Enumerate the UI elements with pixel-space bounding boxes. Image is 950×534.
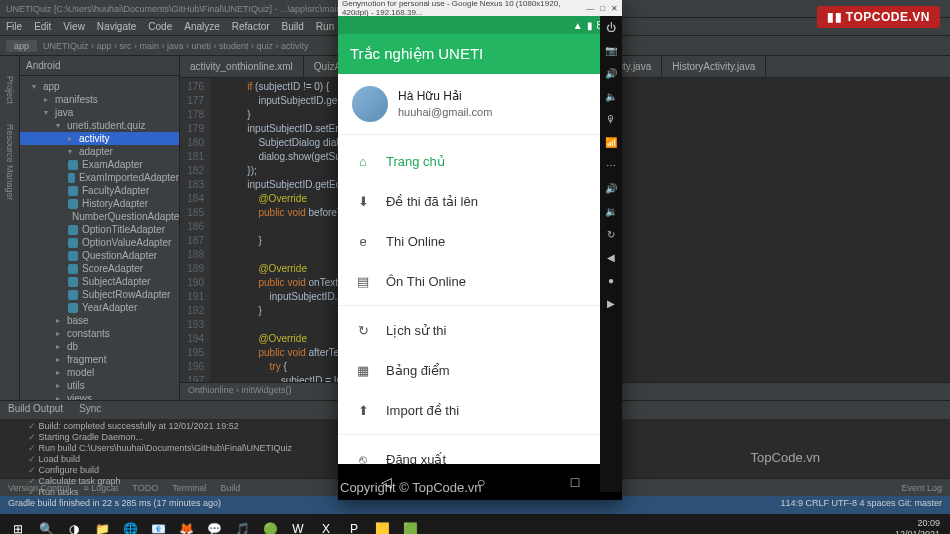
- min-icon[interactable]: —: [586, 4, 594, 13]
- menu-code[interactable]: Code: [148, 21, 172, 32]
- menu-edit[interactable]: Edit: [34, 21, 51, 32]
- breadcrumb-path: UNETIQuiz › app › src › main › java › un…: [43, 41, 309, 51]
- tree-db[interactable]: db: [20, 340, 179, 353]
- tree-manifests[interactable]: manifests: [20, 93, 179, 106]
- project-tree[interactable]: appmanifestsjavauneti.student.quizactivi…: [20, 76, 179, 400]
- drawer-header: Hà Hữu Hải huuhai@gmail.com: [338, 74, 622, 135]
- emu-tool-icon[interactable]: ●: [608, 275, 614, 286]
- build-tab-sync[interactable]: Sync: [79, 403, 101, 417]
- tree-adapter[interactable]: adapter: [20, 145, 179, 158]
- taskbar-item[interactable]: 🔍: [32, 517, 60, 534]
- emu-tool-icon[interactable]: ↻: [607, 229, 615, 240]
- taskbar-item[interactable]: 📧: [144, 517, 172, 534]
- tree-historyadapter[interactable]: HistoryAdapter: [20, 197, 179, 210]
- project-toolwin-tab[interactable]: Project: [5, 76, 15, 104]
- menu-run[interactable]: Run: [316, 21, 334, 32]
- taskbar-item[interactable]: 🟨: [368, 517, 396, 534]
- taskbar-item[interactable]: 🟩: [396, 517, 424, 534]
- emu-tool-icon[interactable]: 🎙: [606, 114, 616, 125]
- emu-tool-icon[interactable]: 🔊: [605, 68, 617, 79]
- taskbar-item[interactable]: 🟢: [256, 517, 284, 534]
- tree-subjectadapter[interactable]: SubjectAdapter: [20, 275, 179, 288]
- drawer-globe[interactable]: eThi Online: [338, 221, 622, 261]
- close-icon[interactable]: ✕: [611, 4, 618, 13]
- tree-base[interactable]: base: [20, 314, 179, 327]
- menu-view[interactable]: View: [63, 21, 85, 32]
- tree-examadapter[interactable]: ExamAdapter: [20, 158, 179, 171]
- max-icon[interactable]: □: [600, 4, 605, 13]
- tree-app[interactable]: app: [20, 80, 179, 93]
- taskbar-item[interactable]: ⊞: [4, 517, 32, 534]
- emu-tool-icon[interactable]: ⏻: [606, 22, 616, 33]
- emulator-titlebar[interactable]: Genymotion for personal use - Google Nex…: [338, 0, 622, 16]
- tree-facultyadapter[interactable]: FacultyAdapter: [20, 184, 179, 197]
- emu-tool-icon[interactable]: ◀: [607, 252, 615, 263]
- emu-tool-icon[interactable]: 🔈: [605, 91, 617, 102]
- tool-build[interactable]: Build: [220, 483, 240, 493]
- tree-questionadapter[interactable]: QuestionAdapter: [20, 249, 179, 262]
- tool-terminal[interactable]: Terminal: [172, 483, 206, 493]
- tree-examimportedadapter[interactable]: ExamImportedAdapter: [20, 171, 179, 184]
- emu-tool-icon[interactable]: 📶: [605, 137, 617, 148]
- tree-java[interactable]: java: [20, 106, 179, 119]
- tree-optionvalueadapter[interactable]: OptionValueAdapter: [20, 236, 179, 249]
- tree-yearadapter[interactable]: YearAdapter: [20, 301, 179, 314]
- emu-tool-icon[interactable]: 🔉: [605, 206, 617, 217]
- taskbar-item[interactable]: 💬: [200, 517, 228, 534]
- resource-mgr-tab[interactable]: Resource Manager: [5, 124, 15, 201]
- menu-build[interactable]: Build: [282, 21, 304, 32]
- drawer-label: Trang chủ: [386, 154, 445, 169]
- tree-scoreadapter[interactable]: ScoreAdapter: [20, 262, 179, 275]
- drawer-logout[interactable]: ⎋Đăng xuất: [338, 439, 622, 464]
- tool-version-control[interactable]: Version Control: [8, 483, 70, 493]
- drawer-label: Đề thi đã tải lên: [386, 194, 478, 209]
- taskbar-item[interactable]: W: [284, 517, 312, 534]
- tool-todo[interactable]: TODO: [132, 483, 158, 493]
- user-name: Hà Hữu Hải: [398, 88, 492, 104]
- recent-icon[interactable]: □: [571, 474, 579, 490]
- tab-0[interactable]: activity_onthionline.xml: [180, 56, 304, 77]
- drawer-label: Bảng điểm: [386, 363, 450, 378]
- drawer-upload[interactable]: ⬇Đề thi đã tải lên: [338, 181, 622, 221]
- tab-5[interactable]: HistoryActivity.java: [662, 56, 766, 77]
- menu-file[interactable]: File: [6, 21, 22, 32]
- book-icon: ▤: [354, 272, 372, 290]
- taskbar-item[interactable]: 🎵: [228, 517, 256, 534]
- menu-analyze[interactable]: Analyze: [184, 21, 220, 32]
- tree-optiontitleadapter[interactable]: OptionTitleAdapter: [20, 223, 179, 236]
- project-view-combo[interactable]: Android: [26, 60, 60, 71]
- system-tray[interactable]: 20:0912/01/2021: [895, 518, 946, 534]
- emu-tool-icon[interactable]: 🔊: [605, 183, 617, 194]
- event-log-btn[interactable]: Event Log: [901, 483, 942, 493]
- drawer-book[interactable]: ▤Ôn Thi Online: [338, 261, 622, 301]
- emu-tool-icon[interactable]: 📷: [605, 45, 617, 56]
- tree-subjectrowadapter[interactable]: SubjectRowAdapter: [20, 288, 179, 301]
- drawer-home[interactable]: ⌂Trang chủ: [338, 141, 622, 181]
- tree-views[interactable]: views: [20, 392, 179, 400]
- drawer-history[interactable]: ↻Lịch sử thi: [338, 310, 622, 350]
- drawer-score[interactable]: ▦Bảng điểm: [338, 350, 622, 390]
- upload-icon: ⬇: [354, 192, 372, 210]
- emu-tool-icon[interactable]: ▶: [607, 298, 615, 309]
- build-tab-output[interactable]: Build Output: [8, 403, 63, 417]
- taskbar-item[interactable]: 🌐: [116, 517, 144, 534]
- taskbar-item[interactable]: X: [312, 517, 340, 534]
- taskbar-item[interactable]: 🦊: [172, 517, 200, 534]
- taskbar-item[interactable]: 📁: [88, 517, 116, 534]
- drawer-import[interactable]: ⬆Import đề thi: [338, 390, 622, 430]
- menu-refactor[interactable]: Refactor: [232, 21, 270, 32]
- logout-icon: ⎋: [354, 450, 372, 464]
- tree-constants[interactable]: constants: [20, 327, 179, 340]
- tree-activity[interactable]: activity: [20, 132, 179, 145]
- tree-fragment[interactable]: fragment: [20, 353, 179, 366]
- tree-utils[interactable]: utils: [20, 379, 179, 392]
- taskbar-item[interactable]: P: [340, 517, 368, 534]
- tree-model[interactable]: model: [20, 366, 179, 379]
- taskbar-item[interactable]: ◑: [60, 517, 88, 534]
- tree-numberquestionadapter[interactable]: NumberQuestionAdapter: [20, 210, 179, 223]
- run-config-combo[interactable]: app: [6, 40, 37, 52]
- emu-tool-icon[interactable]: ⋯: [606, 160, 616, 171]
- tree-uneti-student-quiz[interactable]: uneti.student.quiz: [20, 119, 179, 132]
- tool--logcat[interactable]: ≡ Logcat: [84, 483, 119, 493]
- menu-navigate[interactable]: Navigate: [97, 21, 136, 32]
